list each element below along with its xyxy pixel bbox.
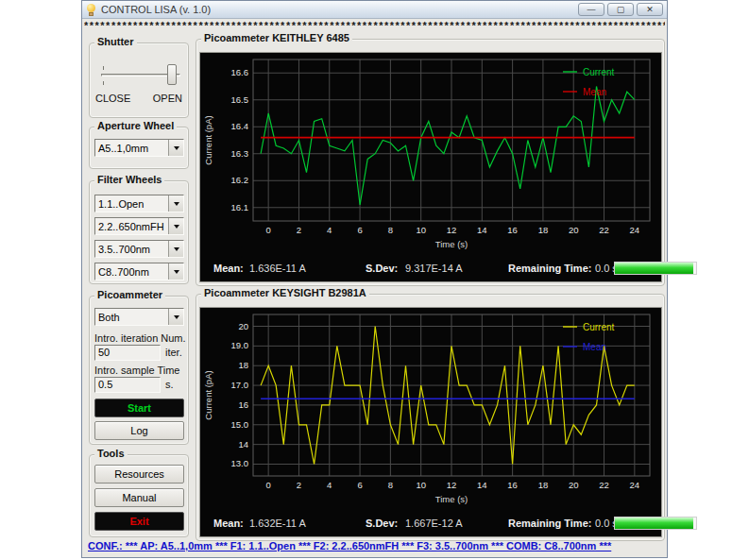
filter2-dropdown[interactable]: 2.2..650nmFH (94, 217, 184, 235)
filter4-dropdown[interactable]: C8..700nm (94, 263, 184, 280)
exit-button[interactable]: Exit (94, 512, 184, 531)
svg-text:16.6: 16.6 (231, 67, 249, 77)
keithley-status-row: Mean: 1.636E-11 A S.Dev: 9.317E-14 A Rem… (200, 257, 661, 281)
filter4-dropdown-button[interactable] (168, 263, 183, 280)
log-button[interactable]: Log (94, 421, 184, 440)
iteration-input[interactable]: 50 (94, 345, 161, 361)
shutter-slider[interactable] (101, 60, 180, 89)
svg-text:18: 18 (238, 360, 248, 370)
iteration-label: Intro. iteration Num. (94, 332, 186, 344)
svg-text:Mean: Mean (583, 87, 606, 97)
sdev-value: 1.667E-12 A (405, 518, 463, 529)
svg-text:0: 0 (266, 225, 271, 235)
aperture-group: Aperture Wheel A5..1,0mm (89, 127, 189, 169)
picoammeter-dropdown-value: Both (95, 312, 168, 323)
svg-text:Time (s): Time (s) (435, 494, 468, 504)
start-button[interactable]: Start (94, 399, 184, 417)
tools-group-label: Tools (94, 448, 128, 459)
mean-value: 1.636E-11 A (249, 263, 306, 274)
filter2-dropdown-button[interactable] (168, 218, 183, 234)
keysight-panel-title: Picoammeter KEYSIGHT B2981A (201, 287, 369, 298)
shutter-close-label: CLOSE (95, 93, 130, 104)
filter3-dropdown-button[interactable] (168, 241, 183, 257)
chevron-down-icon (174, 202, 179, 206)
svg-text:8: 8 (388, 480, 393, 490)
app-lightbulb-icon (86, 4, 96, 16)
svg-text:16: 16 (238, 399, 248, 410)
svg-text:Current: Current (583, 67, 615, 77)
progress-percent: 100% (702, 263, 728, 274)
picoammeter-group: Picoammeter Both Intro. iteration Num. 5… (89, 296, 189, 445)
svg-text:16.1: 16.1 (231, 202, 249, 212)
svg-text:16: 16 (507, 480, 518, 490)
filter3-dropdown[interactable]: 3.5..700nm (94, 240, 184, 258)
sdev-label: S.Dev: (366, 518, 398, 529)
svg-text:16.3: 16.3 (231, 148, 249, 159)
svg-text:4: 4 (327, 225, 332, 235)
remaining-time-label: Remaining Time: (508, 518, 591, 529)
svg-text:14: 14 (477, 225, 487, 235)
svg-text:19.0: 19.0 (231, 340, 249, 350)
svg-text:10: 10 (416, 480, 426, 490)
sdev-label: S.Dev: (366, 263, 398, 274)
tools-group: Tools Resources Manual Exit (89, 454, 189, 537)
keysight-panel: Picoammeter KEYSIGHT B2981A 024681012141… (196, 294, 665, 541)
svg-text:16.5: 16.5 (231, 94, 249, 105)
svg-text:18: 18 (538, 480, 549, 490)
aperture-dropdown[interactable]: A5..1,0mm (94, 139, 184, 157)
aperture-dropdown-button[interactable] (168, 140, 183, 156)
svg-text:Current: Current (583, 322, 615, 332)
iteration-unit-label: iter. (165, 347, 182, 358)
shutter-slider-thumb[interactable] (167, 64, 177, 85)
svg-text:2: 2 (297, 225, 301, 235)
filter-wheels-group: Filter Wheels 1.1..Open 2.2..650nmFH 3.5… (89, 180, 189, 284)
window-title: CONTROL LISA (v. 1.0) (101, 4, 211, 15)
resources-button[interactable]: Resources (94, 465, 184, 484)
filter1-dropdown-button[interactable] (168, 195, 183, 212)
sample-time-unit-label: s. (165, 379, 174, 390)
svg-text:20: 20 (569, 480, 579, 490)
filter1-dropdown-value: 1.1..Open (95, 198, 168, 210)
config-status-line: CONF.: *** AP: A5..1,0mm *** F1: 1.1..Op… (88, 540, 662, 556)
mean-label: Mean: (213, 263, 244, 274)
svg-text:Mean: Mean (583, 342, 606, 352)
remaining-time-label: Remaining Time: (508, 263, 591, 274)
picoammeter-group-label: Picoammeter (94, 289, 165, 300)
keysight-status-row: Mean: 1.632E-11 A S.Dev: 1.667E-12 A Rem… (200, 512, 661, 536)
sdev-value: 9.317E-14 A (405, 263, 463, 274)
aperture-group-label: Aperture Wheel (94, 120, 177, 131)
svg-text:13.0: 13.0 (231, 458, 249, 468)
mean-label: Mean: (213, 518, 244, 529)
svg-text:10: 10 (416, 225, 426, 235)
svg-text:Current (pA): Current (pA) (203, 115, 213, 164)
progress-bar (614, 517, 697, 530)
svg-text:Current (pA): Current (pA) (203, 370, 213, 419)
progress-bar (614, 262, 697, 275)
chevron-down-icon (174, 315, 179, 319)
svg-text:8: 8 (388, 225, 393, 235)
manual-button[interactable]: Manual (94, 488, 184, 507)
picoammeter-dropdown-button[interactable] (168, 309, 183, 325)
keithley-panel-title: Picoammeter KEITHLEY 6485 (201, 32, 352, 43)
filter4-dropdown-value: C8..700nm (95, 266, 168, 278)
chevron-down-icon (174, 270, 179, 274)
close-button[interactable]: ✕ (637, 3, 663, 16)
filter3-dropdown-value: 3.5..700nm (95, 244, 168, 255)
svg-text:16: 16 (507, 225, 518, 235)
aperture-dropdown-value: A5..1,0mm (95, 143, 168, 154)
maximize-button[interactable]: ▢ (607, 3, 634, 16)
keysight-chart: 0246810121416182022242019.01817.01615.01… (200, 308, 661, 512)
filter1-dropdown[interactable]: 1.1..Open (94, 195, 184, 212)
svg-text:6: 6 (357, 225, 362, 235)
svg-text:0: 0 (266, 480, 271, 490)
svg-text:20: 20 (238, 321, 248, 331)
minimize-button[interactable]: — (578, 3, 604, 16)
svg-text:20: 20 (569, 225, 579, 235)
keysight-chart-panel: 0246810121416182022242019.01817.01615.01… (199, 307, 662, 537)
svg-text:16.4: 16.4 (231, 121, 249, 131)
picoammeter-dropdown[interactable]: Both (94, 308, 184, 326)
sample-time-input[interactable]: 0.5 (94, 377, 161, 393)
keithley-chart-panel: 02468101214161820222416.616.516.416.316.… (199, 52, 662, 282)
chevron-down-icon (174, 225, 179, 229)
title-bar: CONTROL LISA (v. 1.0) — ▢ ✕ (82, 1, 667, 19)
